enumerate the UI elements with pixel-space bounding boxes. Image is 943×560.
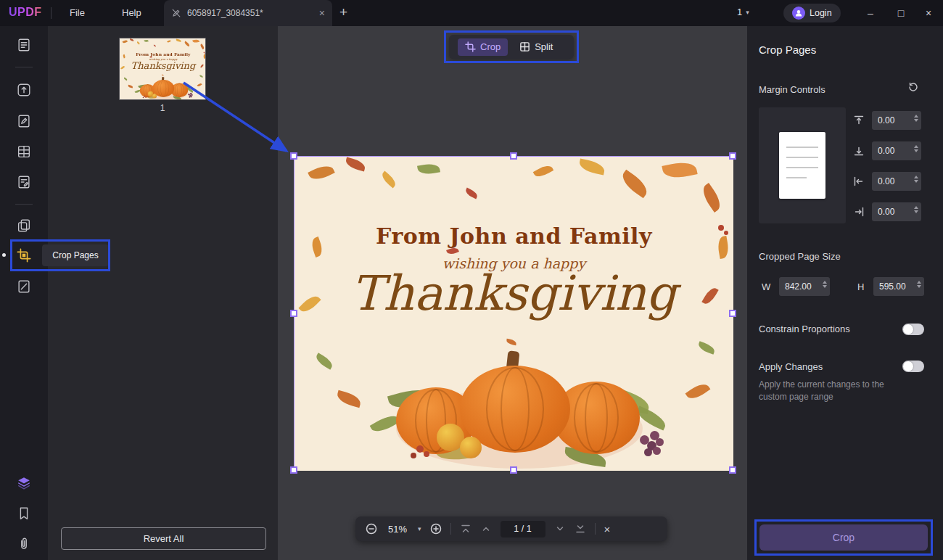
width-label: W — [762, 281, 770, 292]
toggle-knob — [903, 324, 913, 334]
copy-pages-icon[interactable] — [14, 215, 34, 236]
berry-decoration — [656, 438, 664, 446]
crop-handle-top-right[interactable] — [729, 152, 736, 160]
rail-divider — [15, 204, 33, 205]
no-edit-icon — [171, 8, 181, 18]
margin-controls-label: Margin Controls — [759, 84, 825, 95]
zoom-in-icon[interactable] — [430, 523, 442, 535]
stepper-down-icon[interactable] — [823, 285, 827, 288]
stepper-up-icon[interactable] — [914, 145, 918, 148]
stepper-up-icon[interactable] — [823, 281, 827, 284]
crop-pages-icon[interactable] — [14, 245, 34, 265]
crop-mode-label: Crop — [480, 41, 501, 52]
split-mode-button[interactable]: Split — [515, 41, 557, 52]
toggle-knob — [903, 361, 913, 371]
crop-handle-mid-right[interactable] — [729, 310, 736, 317]
crop-split-toolbar: Crop Split — [449, 35, 574, 59]
zoom-page-toolbar: 51% ▾ 1 / 1 × — [355, 516, 667, 541]
crop-pages-flyout[interactable]: Crop Pages — [42, 244, 109, 266]
berry-decoration — [424, 451, 429, 457]
titlebar: UPDF File Help 6058917_3084351* × + 1 ▾ … — [0, 0, 943, 26]
attachment-icon[interactable] — [14, 534, 34, 554]
reset-margins-icon[interactable] — [907, 81, 918, 96]
revert-all-label: Revert All — [144, 533, 184, 544]
stepper-up-icon[interactable] — [914, 206, 918, 209]
height-field[interactable] — [873, 277, 924, 296]
layers-icon[interactable] — [14, 473, 34, 493]
stepper-up-icon[interactable] — [917, 281, 921, 284]
margin-top-icon — [853, 115, 865, 126]
zoom-dropdown-chevron[interactable]: ▾ — [418, 525, 421, 532]
zoom-out-icon[interactable] — [366, 523, 377, 535]
berry-decoration — [416, 445, 424, 453]
toolbar-divider — [450, 523, 451, 535]
watermark-icon[interactable] — [14, 276, 34, 297]
berry-layer — [295, 157, 733, 471]
crop-selection[interactable]: From John and Family wishing you a happy… — [294, 156, 733, 470]
margin-left-field[interactable] — [872, 172, 921, 191]
annotation-arrow — [170, 73, 301, 161]
stepper-up-icon[interactable] — [914, 115, 918, 118]
updf-app-window: UPDF File Help 6058917_3084351* × + 1 ▾ … — [0, 0, 943, 560]
toolbar-close-icon[interactable]: × — [604, 523, 611, 535]
login-label: Login — [810, 8, 832, 18]
document-tab[interactable]: 6058917_3084351* × — [164, 0, 332, 26]
apply-changes-toggle[interactable] — [902, 361, 924, 372]
constrain-proportions-toggle[interactable] — [902, 324, 924, 335]
go-first-page-icon[interactable] — [460, 523, 472, 535]
tab-close-icon[interactable]: × — [319, 7, 325, 19]
crop-confirm-button[interactable]: Crop — [759, 524, 928, 551]
margin-top-field[interactable] — [872, 111, 921, 130]
maximize-button[interactable]: □ — [886, 0, 915, 26]
crop-handle-bottom-center[interactable] — [510, 466, 517, 474]
annotate-tool-icon[interactable] — [14, 80, 34, 100]
page-indicator[interactable]: 1 / 1 — [501, 521, 545, 538]
edit-tool-icon[interactable] — [14, 111, 34, 131]
card-artwork: From John and Family wishing you a happy… — [295, 157, 733, 471]
next-page-icon[interactable] — [554, 523, 566, 535]
crop-handle-mid-left[interactable] — [290, 310, 297, 317]
page-count-dropdown[interactable]: 1 ▾ — [737, 7, 749, 17]
margin-bottom-field[interactable] — [872, 141, 921, 160]
margin-right-field[interactable] — [872, 202, 921, 221]
split-icon — [519, 41, 530, 52]
crop-handle-top-center[interactable] — [510, 152, 517, 160]
minimize-button[interactable]: – — [856, 0, 885, 26]
berry-decoration — [653, 447, 661, 455]
stepper-down-icon[interactable] — [914, 119, 918, 122]
stepper-up-icon[interactable] — [914, 176, 918, 178]
constrain-proportions-label: Constrain Proportions — [759, 324, 850, 334]
bookmark-icon[interactable] — [14, 503, 34, 524]
previous-page-icon[interactable] — [480, 523, 492, 535]
stepper-down-icon[interactable] — [914, 149, 918, 152]
crop-mode-button[interactable]: Crop — [458, 38, 508, 56]
go-last-page-icon[interactable] — [575, 523, 586, 535]
crop-handle-bottom-left[interactable] — [290, 466, 297, 474]
page-edit-icon[interactable] — [14, 172, 34, 192]
width-field[interactable] — [779, 277, 830, 296]
rail-divider — [15, 67, 33, 67]
left-tool-rail — [0, 26, 48, 560]
view-tool-icon[interactable] — [14, 35, 34, 55]
zoom-level[interactable]: 51% — [386, 524, 409, 535]
titlebar-divider — [51, 7, 52, 19]
page-count-value: 1 — [737, 7, 742, 17]
cropped-page-size-label: Cropped Page Size — [759, 251, 841, 262]
crop-handle-bottom-right[interactable] — [729, 466, 736, 474]
organize-pages-icon[interactable] — [14, 141, 34, 162]
stepper-down-icon[interactable] — [914, 180, 918, 183]
menu-help[interactable]: Help — [122, 7, 141, 18]
stepper-down-icon[interactable] — [917, 285, 921, 288]
crop-confirm-label: Crop — [833, 532, 855, 543]
new-tab-button[interactable]: + — [339, 4, 347, 20]
toolbar-divider — [595, 523, 596, 535]
apply-changes-label: Apply Changes — [759, 361, 823, 372]
revert-all-button[interactable]: Revert All — [61, 527, 266, 550]
menu-file[interactable]: File — [70, 7, 85, 18]
page-line — [786, 177, 807, 178]
window-close-button[interactable]: × — [914, 0, 943, 26]
panel-title: Crop Pages — [759, 44, 816, 56]
apply-changes-description: Apply the current changes to the custom … — [759, 379, 907, 403]
stepper-down-icon[interactable] — [914, 210, 918, 213]
login-button[interactable]: Login — [783, 4, 841, 22]
